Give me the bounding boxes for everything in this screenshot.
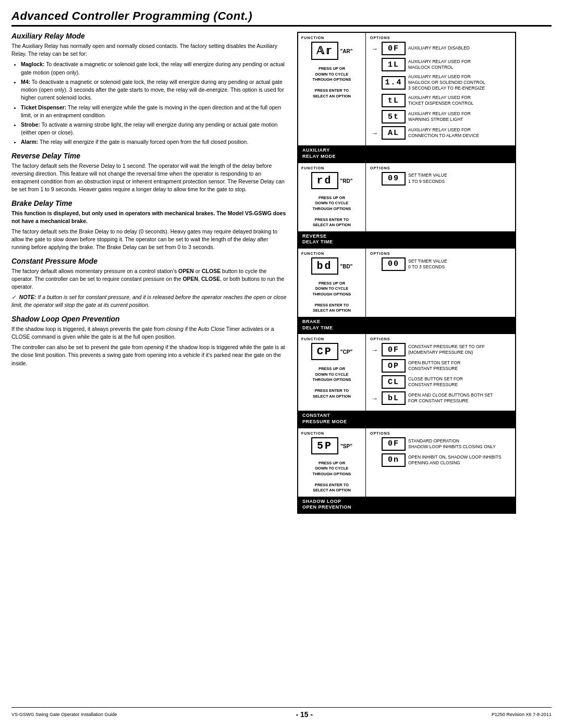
option-text: AUXILIARY RELAY USED FORWARNING STROBE L… xyxy=(408,111,511,122)
section-body-auxiliary: The Auxiliary Relay has normally open an… xyxy=(11,42,288,146)
bullet-text: The relay will energize if the gate is m… xyxy=(40,139,248,145)
footer-text: SHADOW LOOPOPEN PREVENTION xyxy=(302,499,351,510)
diagram-options-constant: OPTIONS → 0F CONSTANT PRESSURE SET TO OF… xyxy=(366,334,515,411)
function-code-label: "AR" xyxy=(340,48,353,54)
list-item: Maglock: To deactivate a magnetic or sol… xyxy=(21,60,288,76)
page-footer: VS-GSWG Swing Gate Operator Installation… xyxy=(11,707,552,719)
section-auxiliary-relay-mode: Auxiliary Relay Mode The Auxiliary Relay… xyxy=(11,32,288,146)
diagram-shadow-loop: FUNCTION 5P "SP" PRESS UP ORDOWN TO CYCL… xyxy=(297,428,516,514)
diagram-footer-auxiliary: AUXILIARYRELAY MODE xyxy=(298,145,515,162)
footer-right: P1250 Revision X6 7-8-2011 xyxy=(492,712,552,717)
diagram-reverse-inner: FUNCTION rd "RD" PRESS UP ORDOWN TO CYCL… xyxy=(298,163,515,231)
option-row: → OP OPEN BUTTON SET FORCONSTANT PRESSUR… xyxy=(370,359,511,373)
func-display-row: 5P "SP" xyxy=(311,437,352,455)
options-label: OPTIONS xyxy=(370,36,390,40)
section-title-shadow: Shadow Loop Open Prevention xyxy=(11,315,288,323)
diagram-constant-inner: FUNCTION CP "CP" PRESS UP ORDOWN TO CYCL… xyxy=(298,334,515,411)
page: Advanced Controller Programming (Cont.) … xyxy=(0,0,563,728)
option-display: tL xyxy=(382,94,406,107)
section-body-constant: The factory default allows momentary pre… xyxy=(11,267,288,310)
main-content: Auxiliary Relay Mode The Auxiliary Relay… xyxy=(11,32,552,700)
diagram-function-auxiliary: FUNCTION 𝔸𝕣 "AR" PRESS UP ORDOWN TO CYCL… xyxy=(298,33,366,145)
section-title-reverse: Reverse Delay Time xyxy=(11,152,288,160)
section-constant-pressure: Constant Pressure Mode The factory defau… xyxy=(11,257,288,310)
function-label: FUNCTION xyxy=(301,337,324,341)
option-display: 5t xyxy=(382,110,406,124)
function-label: FUNCTION xyxy=(301,166,324,170)
option-text: OPEN AND CLOSE BUTTONS BOTH SETFOR CONST… xyxy=(408,392,511,404)
diagram-auxiliary-inner: FUNCTION 𝔸𝕣 "AR" PRESS UP ORDOWN TO CYCL… xyxy=(298,33,515,145)
section-title-brake: Brake Delay Time xyxy=(11,199,288,207)
option-display: 0n xyxy=(382,453,406,467)
option-text: AUXILIARY RELAY DISABLED xyxy=(408,45,511,51)
section-reverse-delay: Reverse Delay Time The factory default s… xyxy=(11,152,288,194)
list-item: Alarm: The relay will energize if the ga… xyxy=(21,138,288,146)
left-column: Auxiliary Relay Mode The Auxiliary Relay… xyxy=(11,32,288,700)
option-display: 00 xyxy=(382,257,406,271)
option-row: → 09 SET TIMER VALUE1 TO 9 SECONDS xyxy=(370,172,511,186)
function-code-label: "BD" xyxy=(340,264,353,269)
section-brake-delay: Brake Delay Time This function is displa… xyxy=(11,199,288,252)
footer-text: CONSTANTPRESSURE MODE xyxy=(302,413,347,424)
func-display-row: bd "BD" xyxy=(311,257,353,276)
function-display: CP xyxy=(311,343,338,360)
function-code-label: "SP" xyxy=(340,443,352,449)
diagram-function-reverse: FUNCTION rd "RD" PRESS UP ORDOWN TO CYCL… xyxy=(298,163,366,231)
option-display: AL xyxy=(382,126,406,140)
option-text: AUXILIARY RELAY USED FORCONNECTION TO AL… xyxy=(408,127,511,139)
option-display: 0F xyxy=(382,437,406,451)
option-row: → CL CLOSE BUTTON SET FORCONSTANT PRESSU… xyxy=(370,375,511,389)
option-row: → 5t AUXILIARY RELAY USED FORWARNING STR… xyxy=(370,110,511,124)
diagram-brake-inner: FUNCTION bd "BD" PRESS UP ORDOWN TO CYCL… xyxy=(298,249,515,317)
reverse-delay-text: The factory default sets the Reverse Del… xyxy=(11,162,288,194)
right-column: FUNCTION 𝔸𝕣 "AR" PRESS UP ORDOWN TO CYCL… xyxy=(297,32,516,700)
func-display-row: rd "RD" xyxy=(311,172,353,190)
option-row: → tL AUXILIARY RELAY USED FORTICKET DISP… xyxy=(370,94,511,107)
function-display: bd xyxy=(311,257,338,275)
section-shadow-loop: Shadow Loop Open Prevention If the shado… xyxy=(11,315,288,367)
diagram-options-auxiliary: OPTIONS → 0F AUXILIARY RELAY DISABLED → … xyxy=(366,33,515,145)
auxiliary-bullets: Maglock: To deactivate a magnetic or sol… xyxy=(21,60,288,146)
diagram-shadow-inner: FUNCTION 5P "SP" PRESS UP ORDOWN TO CYCL… xyxy=(298,428,515,497)
list-item: Strobe: To activate a warning strobe lig… xyxy=(21,121,288,137)
options-label: OPTIONS xyxy=(370,166,390,170)
option-text: OPEN BUTTON SET FORCONSTANT PRESSURE xyxy=(408,360,511,372)
option-row: → 0F AUXILIARY RELAY DISABLED xyxy=(370,42,511,55)
options-label: OPTIONS xyxy=(370,431,390,435)
option-row: → 0F CONSTANT PRESSURE SET TO OFF(MOMENT… xyxy=(370,343,511,356)
arrow-icon: → xyxy=(371,129,378,137)
option-row: → 00 SET TIMER VALUE0 TO 3 SECONDS xyxy=(370,257,511,271)
page-header: Advanced Controller Programming (Cont.) xyxy=(11,9,552,27)
diagram-footer-shadow: SHADOW LOOPOPEN PREVENTION xyxy=(298,497,515,513)
option-row: → bL OPEN AND CLOSE BUTTONS BOTH SETFOR … xyxy=(370,391,511,405)
arrow-icon: → xyxy=(371,346,378,354)
option-text: AUXILIARY RELAY USED FORTICKET DISPENSER… xyxy=(408,95,511,106)
press-instructions-reverse: PRESS UP ORDOWN TO CYCLETHROUGH OPTIONSP… xyxy=(313,195,351,228)
option-text: OPEN INHIBIT ON, SHADOW LOOP INHIBITSOPE… xyxy=(408,454,511,466)
diagram-footer-brake: BRAKEDELAY TIME xyxy=(298,317,515,333)
function-code-label: "RD" xyxy=(340,178,353,184)
section-body-reverse: The factory default sets the Reverse Del… xyxy=(11,162,288,194)
footer-left: VS-GSWG Swing Gate Operator Installation… xyxy=(11,712,117,717)
option-display: CL xyxy=(382,375,406,389)
option-display: 0F xyxy=(382,42,406,55)
options-label: OPTIONS xyxy=(370,252,390,255)
option-display: bL xyxy=(382,391,406,405)
function-display: 5P xyxy=(311,437,338,454)
diagram-footer-constant: CONSTANTPRESSURE MODE xyxy=(298,411,515,427)
diagram-function-brake: FUNCTION bd "BD" PRESS UP ORDOWN TO CYCL… xyxy=(298,249,366,317)
bullet-text: To deactivate a magnetic or solenoid gat… xyxy=(21,61,285,75)
list-item: Ticket Dispenser: The relay will energiz… xyxy=(21,104,288,119)
function-display: rd xyxy=(311,172,338,189)
auxiliary-intro: The Auxiliary Relay has normally open an… xyxy=(11,42,288,58)
diagram-options-brake: OPTIONS → 00 SET TIMER VALUE0 TO 3 SECON… xyxy=(366,249,515,317)
option-display: 1.4 xyxy=(382,76,406,90)
arrow-icon: → xyxy=(371,45,378,53)
bullet-label: Maglock: xyxy=(21,61,45,67)
diagram-function-shadow: FUNCTION 5P "SP" PRESS UP ORDOWN TO CYCL… xyxy=(298,428,366,497)
page-number: - 15 - xyxy=(296,710,313,719)
diagram-function-constant: FUNCTION CP "CP" PRESS UP ORDOWN TO CYCL… xyxy=(298,334,366,411)
section-title-auxiliary: Auxiliary Relay Mode xyxy=(11,32,288,40)
brake-para: The factory default sets the Brake Delay… xyxy=(11,228,288,252)
function-label: FUNCTION xyxy=(301,252,324,255)
